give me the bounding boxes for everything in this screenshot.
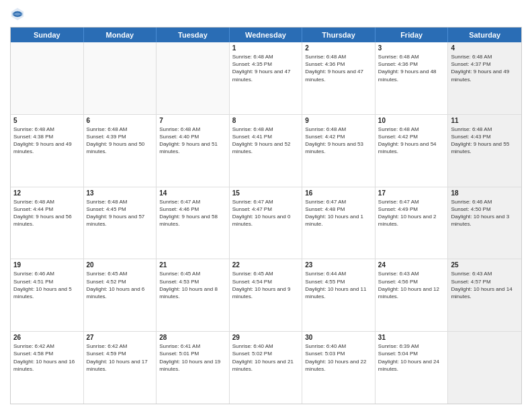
calendar-cell-1: 1Sunrise: 6:48 AM Sunset: 4:35 PM Daylig… <box>230 42 303 114</box>
calendar-cell-empty-4-6 <box>448 332 521 404</box>
cell-text: Sunrise: 6:47 AM Sunset: 4:46 PM Dayligh… <box>159 198 226 228</box>
calendar-cell-21: 21Sunrise: 6:45 AM Sunset: 4:53 PM Dayli… <box>157 259 230 331</box>
day-number: 26 <box>13 334 81 341</box>
cell-text: Sunrise: 6:47 AM Sunset: 4:48 PM Dayligh… <box>305 198 372 228</box>
day-number: 24 <box>378 261 445 269</box>
day-number: 18 <box>451 189 519 197</box>
calendar-cell-16: 16Sunrise: 6:47 AM Sunset: 4:48 PM Dayli… <box>302 187 375 259</box>
cell-text: Sunrise: 6:48 AM Sunset: 4:41 PM Dayligh… <box>232 126 300 156</box>
cell-text: Sunrise: 6:48 AM Sunset: 4:42 PM Dayligh… <box>305 126 372 156</box>
day-number: 21 <box>159 261 226 269</box>
day-number: 23 <box>305 261 372 269</box>
cell-text: Sunrise: 6:39 AM Sunset: 5:04 PM Dayligh… <box>378 342 445 373</box>
calendar-row-4: 26Sunrise: 6:42 AM Sunset: 4:58 PM Dayli… <box>11 332 521 404</box>
calendar-header-row: SundayMondayTuesdayWednesdayThursdayFrid… <box>11 28 521 42</box>
header-day-saturday: Saturday <box>448 28 521 42</box>
calendar-cell-22: 22Sunrise: 6:45 AM Sunset: 4:54 PM Dayli… <box>230 259 303 331</box>
calendar-cell-18: 18Sunrise: 6:46 AM Sunset: 4:50 PM Dayli… <box>448 187 521 259</box>
calendar-cell-2: 2Sunrise: 6:48 AM Sunset: 4:36 PM Daylig… <box>302 42 375 114</box>
day-number: 29 <box>232 334 300 341</box>
cell-text: Sunrise: 6:46 AM Sunset: 4:50 PM Dayligh… <box>451 198 519 228</box>
cell-text: Sunrise: 6:40 AM Sunset: 5:03 PM Dayligh… <box>305 342 372 373</box>
day-number: 22 <box>232 261 300 269</box>
day-number: 19 <box>13 261 81 269</box>
day-number: 15 <box>232 189 300 197</box>
cell-text: Sunrise: 6:48 AM Sunset: 4:35 PM Dayligh… <box>232 53 300 83</box>
header-day-sunday: Sunday <box>11 28 84 42</box>
header <box>10 7 522 21</box>
cell-text: Sunrise: 6:46 AM Sunset: 4:51 PM Dayligh… <box>13 270 81 300</box>
cell-text: Sunrise: 6:41 AM Sunset: 5:01 PM Dayligh… <box>159 342 226 373</box>
day-number: 11 <box>451 117 519 124</box>
header-day-thursday: Thursday <box>302 28 375 42</box>
header-day-friday: Friday <box>375 28 449 42</box>
calendar-cell-30: 30Sunrise: 6:40 AM Sunset: 5:03 PM Dayli… <box>302 332 375 404</box>
cell-text: Sunrise: 6:48 AM Sunset: 4:36 PM Dayligh… <box>378 53 445 83</box>
calendar-cell-15: 15Sunrise: 6:47 AM Sunset: 4:47 PM Dayli… <box>230 187 303 259</box>
calendar-cell-19: 19Sunrise: 6:46 AM Sunset: 4:51 PM Dayli… <box>11 259 84 331</box>
cell-text: Sunrise: 6:48 AM Sunset: 4:37 PM Dayligh… <box>451 53 519 83</box>
day-number: 16 <box>305 189 372 197</box>
day-number: 8 <box>232 117 300 124</box>
day-number: 4 <box>451 44 519 52</box>
cell-text: Sunrise: 6:47 AM Sunset: 4:47 PM Dayligh… <box>232 198 300 228</box>
calendar-cell-empty-0-2 <box>157 42 230 114</box>
day-number: 17 <box>378 189 445 197</box>
cell-text: Sunrise: 6:45 AM Sunset: 4:54 PM Dayligh… <box>232 270 300 300</box>
cell-text: Sunrise: 6:44 AM Sunset: 4:55 PM Dayligh… <box>305 270 372 300</box>
calendar-row-2: 12Sunrise: 6:48 AM Sunset: 4:44 PM Dayli… <box>11 187 521 260</box>
calendar-cell-31: 31Sunrise: 6:39 AM Sunset: 5:04 PM Dayli… <box>375 332 449 404</box>
calendar-row-3: 19Sunrise: 6:46 AM Sunset: 4:51 PM Dayli… <box>11 259 521 332</box>
day-number: 6 <box>87 117 154 124</box>
calendar-cell-6: 6Sunrise: 6:48 AM Sunset: 4:39 PM Daylig… <box>84 115 157 187</box>
calendar-cell-17: 17Sunrise: 6:47 AM Sunset: 4:49 PM Dayli… <box>375 187 449 259</box>
day-number: 31 <box>378 334 445 341</box>
calendar-cell-28: 28Sunrise: 6:41 AM Sunset: 5:01 PM Dayli… <box>157 332 230 404</box>
calendar-cell-5: 5Sunrise: 6:48 AM Sunset: 4:38 PM Daylig… <box>11 115 84 187</box>
day-number: 10 <box>378 117 445 124</box>
day-number: 1 <box>232 44 300 52</box>
day-number: 25 <box>451 261 519 269</box>
calendar-cell-14: 14Sunrise: 6:47 AM Sunset: 4:46 PM Dayli… <box>157 187 230 259</box>
calendar-cell-7: 7Sunrise: 6:48 AM Sunset: 4:40 PM Daylig… <box>157 115 230 187</box>
calendar-cell-11: 11Sunrise: 6:48 AM Sunset: 4:43 PM Dayli… <box>448 115 521 187</box>
calendar-cell-12: 12Sunrise: 6:48 AM Sunset: 4:44 PM Dayli… <box>11 187 84 259</box>
logo-icon <box>10 7 25 21</box>
cell-text: Sunrise: 6:40 AM Sunset: 5:02 PM Dayligh… <box>232 342 300 373</box>
day-number: 20 <box>87 261 154 269</box>
calendar-cell-25: 25Sunrise: 6:43 AM Sunset: 4:57 PM Dayli… <box>448 259 521 331</box>
calendar-cell-13: 13Sunrise: 6:48 AM Sunset: 4:45 PM Dayli… <box>84 187 157 259</box>
header-day-tuesday: Tuesday <box>157 28 230 42</box>
day-number: 30 <box>305 334 372 341</box>
cell-text: Sunrise: 6:48 AM Sunset: 4:38 PM Dayligh… <box>13 126 81 156</box>
cell-text: Sunrise: 6:48 AM Sunset: 4:44 PM Dayligh… <box>13 198 81 228</box>
calendar-cell-8: 8Sunrise: 6:48 AM Sunset: 4:41 PM Daylig… <box>230 115 303 187</box>
calendar-cell-empty-0-0 <box>11 42 84 114</box>
calendar-cell-23: 23Sunrise: 6:44 AM Sunset: 4:55 PM Dayli… <box>302 259 375 331</box>
day-number: 5 <box>13 117 81 124</box>
cell-text: Sunrise: 6:42 AM Sunset: 4:59 PM Dayligh… <box>87 342 154 373</box>
cell-text: Sunrise: 6:48 AM Sunset: 4:43 PM Dayligh… <box>451 126 519 156</box>
day-number: 3 <box>378 44 445 52</box>
page: SundayMondayTuesdayWednesdayThursdayFrid… <box>0 0 532 411</box>
cell-text: Sunrise: 6:45 AM Sunset: 4:53 PM Dayligh… <box>159 270 226 300</box>
day-number: 28 <box>159 334 226 341</box>
calendar-cell-3: 3Sunrise: 6:48 AM Sunset: 4:36 PM Daylig… <box>375 42 449 114</box>
cell-text: Sunrise: 6:47 AM Sunset: 4:49 PM Dayligh… <box>378 198 445 228</box>
day-number: 12 <box>13 189 81 197</box>
header-day-wednesday: Wednesday <box>230 28 303 42</box>
cell-text: Sunrise: 6:48 AM Sunset: 4:36 PM Dayligh… <box>305 53 372 83</box>
cell-text: Sunrise: 6:48 AM Sunset: 4:45 PM Dayligh… <box>87 198 154 228</box>
calendar-cell-24: 24Sunrise: 6:43 AM Sunset: 4:56 PM Dayli… <box>375 259 449 331</box>
day-number: 2 <box>305 44 372 52</box>
header-day-monday: Monday <box>84 28 157 42</box>
calendar-cell-10: 10Sunrise: 6:48 AM Sunset: 4:42 PM Dayli… <box>375 115 449 187</box>
day-number: 9 <box>305 117 372 124</box>
cell-text: Sunrise: 6:43 AM Sunset: 4:56 PM Dayligh… <box>378 270 445 300</box>
day-number: 13 <box>87 189 154 197</box>
day-number: 7 <box>159 117 226 124</box>
cell-text: Sunrise: 6:48 AM Sunset: 4:42 PM Dayligh… <box>378 126 445 156</box>
day-number: 27 <box>87 334 154 341</box>
day-number: 14 <box>159 189 226 197</box>
calendar-row-0: 1Sunrise: 6:48 AM Sunset: 4:35 PM Daylig… <box>11 42 521 115</box>
